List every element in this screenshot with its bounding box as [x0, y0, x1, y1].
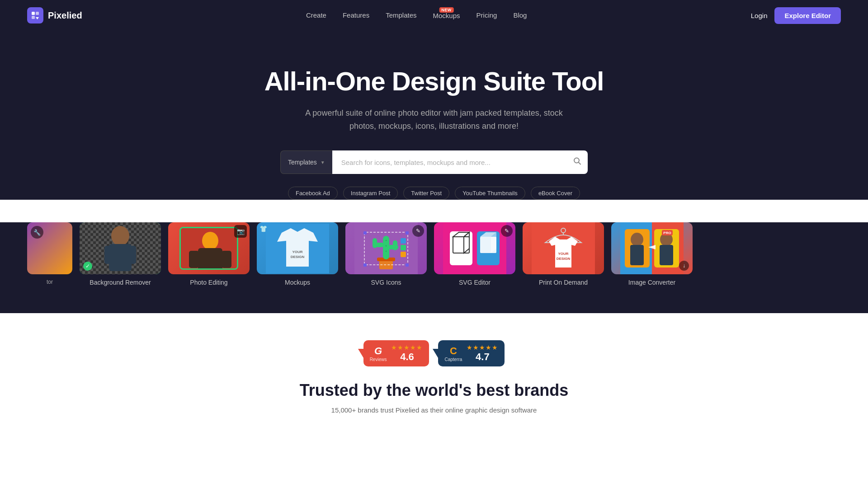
carousel-item-bg-remover[interactable]: ✓ Background Remover [80, 222, 161, 286]
search-input[interactable] [332, 150, 588, 174]
tag-twitter-post[interactable]: Twitter Post [403, 187, 449, 200]
nav-templates[interactable]: Templates [386, 11, 416, 19]
svg-point-6 [111, 226, 129, 246]
explore-editor-button[interactable]: Explore Editor [774, 7, 841, 24]
svg-line-5 [579, 162, 581, 164]
tag-facebook-ad[interactable]: Facebook Ad [288, 187, 338, 200]
capterra-stars: ★★★★★ [467, 344, 498, 351]
carousel-label-photo-editing: Photo Editing [168, 279, 250, 286]
chevron-down-icon: ▼ [321, 160, 325, 165]
check-icon: ✓ [83, 262, 92, 271]
nav-mockups-wrap: NEW Mockups [433, 12, 460, 19]
g2-rating-wrap: ★★★★★ 4.6 [391, 344, 423, 363]
search-icon [573, 157, 581, 165]
tag-ebook-cover[interactable]: eBook Cover [531, 187, 580, 200]
nav-blog[interactable]: Blog [513, 11, 527, 19]
carousel-track: 🔧 tor ✓ Background Remover [0, 222, 868, 286]
svg-text:DESIGN: DESIGN [291, 255, 305, 259]
tool-icon-editor: 🔧 [31, 226, 43, 239]
svg-text:YOUR: YOUR [292, 250, 302, 254]
carousel-label-editor: tor [27, 279, 72, 285]
search-dropdown[interactable]: Templates ▼ [280, 150, 332, 174]
tag-youtube-thumbnails[interactable]: YouTube Thumbnails [455, 187, 525, 200]
svg-point-26 [386, 240, 387, 241]
svg-rect-0 [32, 12, 35, 15]
svg-text:YOUR: YOUR [558, 252, 568, 256]
g2-label: Reviews [370, 357, 387, 362]
nav-create[interactable]: Create [306, 11, 326, 19]
svg-rect-30 [363, 231, 367, 235]
hanger-icon: 👕 [259, 225, 267, 232]
svg-rect-57 [660, 245, 673, 265]
quick-tags: Facebook Ad Instagram Post Twitter Post … [9, 187, 859, 200]
carousel-label-mockups: Mockups [257, 279, 338, 286]
capterra-rating-wrap: ★★★★★ 4.7 [467, 344, 498, 363]
nav-features[interactable]: Features [343, 11, 369, 19]
search-bar: Templates ▼ [280, 150, 588, 174]
cactus-graphic [354, 222, 418, 274]
carousel-item-svg-icons[interactable]: ✎ SVG Icons [345, 222, 427, 286]
svg-text:PRO: PRO [663, 231, 671, 235]
trust-subtitle: 15,000+ brands trust Pixelied as their o… [9, 406, 859, 414]
capterra-logo: C [450, 345, 457, 357]
svg-marker-3 [36, 17, 39, 19]
hero-section: All-in-One Design Suite Tool A powerful … [0, 31, 868, 200]
g2-score: 4.6 [391, 351, 423, 363]
capterra-logo-wrap: C Capterra [444, 345, 462, 362]
navbar: Pixelied Create Features Templates NEW M… [0, 0, 868, 31]
carousel-item-print-on-demand[interactable]: YOUR DESIGN Print On Demand [523, 222, 604, 286]
search-button[interactable] [573, 157, 581, 168]
login-button[interactable]: Login [751, 12, 768, 19]
svg-rect-33 [406, 263, 409, 267]
tag-instagram-post[interactable]: Instagram Post [343, 187, 398, 200]
nav-links: Create Features Templates NEW Mockups Pr… [306, 11, 527, 19]
svg-rect-21 [383, 236, 389, 259]
download-icon: ↓ [679, 261, 689, 271]
svg-rect-54 [630, 245, 644, 265]
svg-rect-7 [109, 244, 132, 271]
carousel-item-svg-editor[interactable]: ✎ SVG Editor [434, 222, 515, 286]
carousel-label-bg-remover: Background Remover [80, 279, 161, 286]
carousel-label-svg-icons: SVG Icons [345, 279, 427, 286]
svg-rect-35 [401, 252, 406, 257]
carousel-item-mockups[interactable]: YOUR DESIGN 👕 Mockups [257, 222, 338, 286]
g2-logo: G [374, 345, 382, 357]
carousel-item-image-converter[interactable]: PRO ↓ Image Converter [611, 222, 693, 286]
hero-subtitle: A powerful suite of online photo editor … [298, 107, 570, 133]
edit-icon-2: ✎ [501, 225, 513, 237]
mockup-tshirt-graphic: YOUR DESIGN [266, 224, 329, 273]
nav-mockups[interactable]: Mockups [433, 12, 460, 19]
svg-rect-23 [373, 238, 377, 248]
g2-badge: G Reviews ★★★★★ 4.6 [363, 340, 429, 366]
capterra-badge: C Capterra ★★★★★ 4.7 [438, 340, 505, 366]
svg-text:DESIGN: DESIGN [557, 257, 571, 261]
nav-pricing[interactable]: Pricing [476, 11, 497, 19]
photo-person [181, 228, 238, 270]
capterra-label: Capterra [444, 357, 462, 362]
carousel-label-print-on-demand: Print On Demand [523, 279, 604, 286]
search-input-wrap [332, 150, 588, 174]
svg-rect-31 [406, 231, 409, 235]
svg-rect-13 [189, 251, 199, 268]
carousel-item-photo-editing[interactable]: 📷 Photo Editing [168, 222, 250, 286]
trust-title: Trusted by the world's best brands [9, 381, 859, 400]
svg-rect-14 [222, 251, 231, 268]
bg-remover-graphic [98, 222, 143, 274]
hero-title: All-in-One Design Suite Tool [9, 67, 859, 96]
svg-point-53 [631, 233, 643, 246]
svg-rect-25 [393, 240, 397, 250]
pod-graphic: YOUR DESIGN [532, 222, 595, 274]
svg-rect-36 [401, 238, 406, 244]
svg-rect-1 [36, 12, 39, 15]
svg-rect-34 [401, 245, 406, 250]
photo-frame [179, 227, 238, 270]
svg-rect-8 [104, 246, 112, 264]
new-badge: NEW [439, 7, 454, 13]
logo-icon [27, 7, 43, 23]
tools-carousel: 🔧 tor ✓ Background Remover [0, 222, 868, 313]
svg-point-27 [386, 245, 387, 247]
logo-link[interactable]: Pixelied [27, 7, 82, 23]
carousel-label-image-converter: Image Converter [611, 279, 693, 286]
carousel-label-svg-editor: SVG Editor [434, 279, 515, 286]
carousel-item-editor[interactable]: 🔧 tor [27, 222, 72, 286]
